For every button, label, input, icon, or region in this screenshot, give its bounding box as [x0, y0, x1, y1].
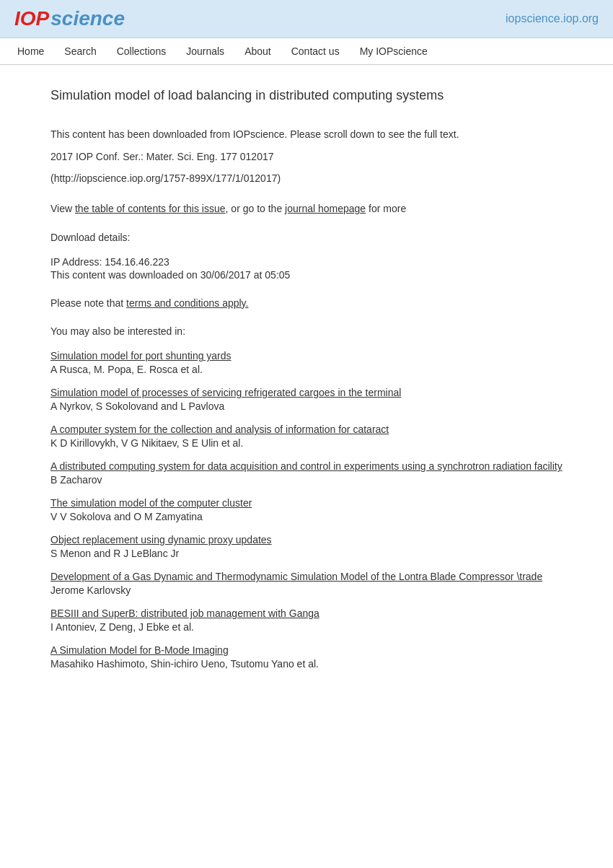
interest-section: You may also be interested in: Simulatio…: [50, 325, 563, 670]
related-item-link[interactable]: BESIII and SuperB: distributed job manag…: [50, 608, 563, 619]
related-item: Simulation model for port shunting yards…: [50, 350, 563, 375]
related-item: BESIII and SuperB: distributed job manag…: [50, 608, 563, 633]
related-item-authors: A Nyrkov, S Sokolovand and L Pavlova: [50, 400, 563, 412]
terms-link[interactable]: terms and conditions apply.: [126, 297, 248, 309]
related-item-authors: V V Sokolova and O M Zamyatina: [50, 511, 563, 522]
related-item: A Simulation Model for B-Mode ImagingMas…: [50, 644, 563, 670]
terms-text-before: Please note that: [50, 297, 126, 309]
view-text-before: View: [50, 203, 75, 214]
ip-address: IP Address: 154.16.46.223: [50, 256, 563, 268]
nav-about[interactable]: About: [234, 38, 281, 64]
intro-text: This content has been downloaded from IO…: [50, 126, 563, 142]
related-item: A distributed computing system for data …: [50, 460, 563, 486]
view-text-middle: , or go to the: [226, 203, 286, 214]
related-item-authors: S Menon and R J LeBlanc Jr: [50, 548, 563, 559]
nav-contact[interactable]: Contact us: [281, 38, 350, 64]
related-item: Development of a Gas Dynamic and Thermod…: [50, 571, 563, 596]
related-item-link[interactable]: A computer system for the collection and…: [50, 424, 563, 435]
related-item-link[interactable]: Object replacement using dynamic proxy u…: [50, 534, 563, 545]
related-item-link[interactable]: Simulation model of processes of servici…: [50, 387, 563, 398]
related-item-link[interactable]: Simulation model for port shunting yards: [50, 350, 563, 361]
related-item-authors: K D Kirillovykh, V G Nikitaev, S E Ulin …: [50, 437, 563, 449]
related-item-authors: B Zacharov: [50, 474, 563, 486]
download-details: Download details: IP Address: 154.16.46.…: [50, 232, 563, 281]
nav-myiop[interactable]: My IOPscience: [350, 38, 438, 64]
journal-homepage-link[interactable]: journal homepage: [285, 203, 366, 214]
nav-home[interactable]: Home: [7, 38, 54, 64]
related-item: The simulation model of the computer clu…: [50, 497, 563, 522]
table-of-contents-link[interactable]: the table of contents for this issue: [75, 203, 226, 214]
view-text-after: for more: [366, 203, 406, 214]
site-url-link[interactable]: iopscience.iop.org: [506, 12, 599, 25]
nav-collections[interactable]: Collections: [107, 38, 176, 64]
related-item-authors: I Antoniev, Z Deng, J Ebke et al.: [50, 621, 563, 633]
logo-iop: IOP: [14, 7, 49, 30]
page-title: Simulation model of load balancing in di…: [50, 87, 563, 105]
related-item-link[interactable]: A Simulation Model for B-Mode Imaging: [50, 644, 563, 656]
logo-area: IOP science: [14, 7, 125, 30]
related-item-link[interactable]: The simulation model of the computer clu…: [50, 497, 563, 509]
related-item: Simulation model of processes of servici…: [50, 387, 563, 412]
intro-block: This content has been downloaded from IO…: [50, 126, 563, 186]
related-item-authors: Jerome Karlovsky: [50, 584, 563, 596]
header: IOP science iopscience.iop.org: [0, 0, 613, 38]
article-url: (http://iopscience.iop.org/1757-899X/177…: [50, 170, 563, 186]
interest-intro: You may also be interested in:: [50, 325, 563, 337]
download-date: This content was downloaded on 30/06/201…: [50, 269, 563, 281]
related-item: Object replacement using dynamic proxy u…: [50, 534, 563, 559]
related-item-link[interactable]: Development of a Gas Dynamic and Thermod…: [50, 571, 563, 582]
nav-journals[interactable]: Journals: [176, 38, 234, 64]
related-item-link[interactable]: A distributed computing system for data …: [50, 460, 563, 472]
related-item-authors: Masahiko Hashimoto, Shin-ichiro Ueno, Ts…: [50, 658, 563, 670]
related-item: A computer system for the collection and…: [50, 424, 563, 449]
download-title: Download details:: [50, 232, 563, 243]
nav-search[interactable]: Search: [54, 38, 106, 64]
related-list: Simulation model for port shunting yards…: [50, 350, 563, 670]
main-content: Simulation model of load balancing in di…: [0, 65, 613, 703]
citation: 2017 IOP Conf. Ser.: Mater. Sci. Eng. 17…: [50, 149, 563, 165]
view-block: View the table of contents for this issu…: [50, 201, 563, 216]
related-item-authors: A Rusca, M. Popa, E. Rosca et al.: [50, 364, 563, 375]
main-nav: HomeSearchCollectionsJournalsAboutContac…: [0, 38, 613, 65]
logo-science: science: [50, 7, 125, 30]
terms-block: Please note that terms and conditions ap…: [50, 295, 563, 311]
